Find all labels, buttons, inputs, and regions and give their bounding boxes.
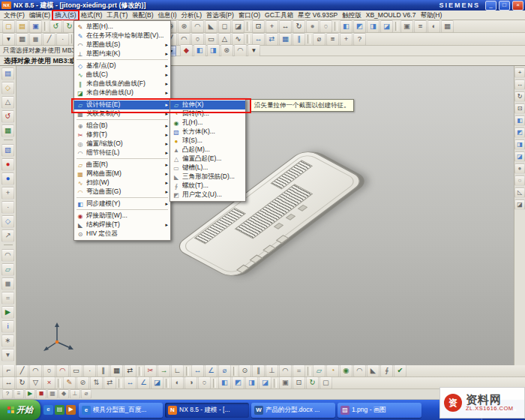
taskbar-item-paint[interactable]: ▨1.png - 画图 [338,403,422,418]
suppress-icon[interactable]: ⊘ [76,377,89,389]
menu-item-synchronous-modeling[interactable]: ◧同步建模(Y)▸ [74,200,170,208]
command-finder-icon[interactable]: ? [2,389,13,399]
minimize-button[interactable]: _ [485,1,496,10]
outside-selection-icon[interactable]: ◨ [207,44,220,57]
menu-file[interactable]: 文件(F) [2,10,27,20]
pan-icon[interactable]: ↔ [279,20,292,33]
clip-section-icon[interactable]: ◪ [514,200,525,210]
menu-item-sketch-constraint[interactable]: ⊥草图约束(K)▸ [74,50,170,58]
wcs-icon[interactable]: + [340,33,352,46]
settings-icon[interactable]: ∗ [2,334,14,347]
delete-icon[interactable]: × [43,377,56,389]
lasso-selection-icon[interactable]: ◠ [234,44,247,57]
submenu-item-dart[interactable]: ◣三角形加强筋(D)... [170,172,245,182]
menu-item-trim[interactable]: ✂修剪(T)▸ [74,130,170,140]
taskbar-item-browser[interactable]: e模具分型面_百度... [79,403,163,418]
maximize-button[interactable]: □ [499,1,510,10]
orient-front-icon[interactable]: ◧ [218,377,231,389]
offset-icon[interactable]: ∥ [292,33,305,46]
layer-visibility-icon[interactable]: ≡ [414,20,427,33]
rotate-view-icon[interactable]: ↻ [292,20,305,33]
rectangle2-icon[interactable]: ▭ [70,365,82,377]
line2-icon[interactable]: ╱ [16,365,28,377]
orient-iso-icon[interactable]: ◪ [259,377,272,389]
menu-information[interactable]: 信息(I) [156,10,179,20]
pattern-icon[interactable]: ▦ [279,33,292,46]
menu-item-sketch[interactable]: ✎草图(H)... [74,22,170,32]
reorder-icon[interactable]: ⇅ [90,377,103,389]
submenu-item-block[interactable]: ▧长方体(K)... [170,128,245,136]
circle2-icon[interactable]: ○ [43,365,56,377]
macro-icon[interactable]: ▶ [2,306,14,319]
menu-window[interactable]: 窗口(O) [236,10,262,20]
constraint-navigator-icon[interactable]: △ [2,96,14,109]
start-button[interactable]: 开始 [0,400,40,420]
menu-item-combine[interactable]: ⊕组合(B)▸ [74,122,170,130]
intersect-icon[interactable]: ⊗ [178,20,190,33]
menu-touch-edition[interactable]: 触控版 [340,10,364,20]
menu-help[interactable]: 帮助(H) [418,10,444,20]
thread-tool-icon[interactable]: ∮ [380,365,393,377]
pattern-curve-icon[interactable]: ▦ [110,365,123,377]
chamfer-icon[interactable]: ◣ [205,20,218,33]
point-tool-icon[interactable]: ∙ [2,201,14,214]
shaded-mode-icon[interactable]: ● [514,164,525,174]
fillet-icon[interactable]: ◠ [56,365,69,377]
right-orient-icon[interactable]: ◨ [514,140,525,150]
extrude2-icon[interactable]: ▱ [313,365,326,377]
open-icon[interactable]: ▤ [16,20,28,33]
submenu-item-thread[interactable]: ∮螺纹(T)... [170,182,245,190]
full-screen-icon[interactable]: ▢ [320,377,332,389]
new-icon[interactable]: ▢ [2,20,15,33]
menu-xingkong[interactable]: 星空 V6.93SP [296,10,340,20]
taskbar-item-nx[interactable]: NNX 8.5 - 建模 - [... [165,403,249,418]
submenu-item-extrude[interactable]: ▱拉伸(X) [170,100,245,110]
linear-dimension-icon[interactable]: ↔ [191,365,204,377]
select-vertex-icon[interactable]: ∙ [56,33,69,46]
view-palette-icon[interactable]: ▧ [2,144,14,157]
section-analysis-icon[interactable]: ◪ [151,377,164,389]
dock-handle-icon[interactable]: ≡ [14,389,24,399]
offset-curve-icon[interactable]: ∥ [97,365,110,377]
info-icon[interactable]: i [2,320,14,333]
menu-item-design-feature[interactable]: ▱设计特征(E)▸ [74,100,170,110]
surface-tool-icon[interactable]: ▱ [2,263,14,276]
side-view-icon[interactable]: ◨ [367,20,380,33]
plane-tool-icon[interactable]: ◇ [2,215,14,228]
make-corner-icon[interactable]: ∟ [171,365,184,377]
menu-analysis[interactable]: 分析(L) [179,10,204,20]
mirror-curve-icon[interactable]: ⇄ [124,365,136,377]
tangent-icon[interactable]: ◠ [279,365,292,377]
scroll-handle-icon[interactable]: ▾ [2,349,14,362]
menu-item-curve[interactable]: ∿曲线(C)▸ [74,70,170,80]
menu-item-mesh-surface[interactable]: ▦网格曲面(M)▸ [74,170,170,178]
trim-body-icon[interactable]: ◪ [232,20,244,33]
menu-edit[interactable]: 编辑(E) [27,10,52,20]
close-button[interactable]: × [512,1,524,10]
menu-item-flange-surface[interactable]: ◠弯边曲面(G)▸ [74,188,170,196]
submenu-item-revolve[interactable]: ◔回转(R)... [170,110,245,118]
menu-item-weld-assistant[interactable]: ◉焊接助理(W)... [74,212,170,220]
refresh-icon[interactable]: ↻ [306,377,319,389]
menu-item-detail-feature[interactable]: ◠细节特征(L)▸ [74,148,170,158]
top-orient-icon[interactable]: ◩ [514,128,525,138]
snapshot-icon[interactable]: ▣ [400,20,413,33]
taskbar-item-word[interactable]: W产品的分型.docx ... [251,403,335,418]
submenu-item-sphere[interactable]: ●球(S)... [170,136,245,146]
menu-tools[interactable]: 工具(T) [104,10,130,20]
chamfer2-icon[interactable]: ◣ [367,365,380,377]
orient-right-icon[interactable]: ◨ [245,377,258,389]
point2-icon[interactable]: ∙ [83,365,96,377]
wireframe-mode-icon[interactable]: ○ [514,176,525,186]
fit-all-icon[interactable]: ⊡ [514,104,525,114]
menu-item-curve-from-curve-set[interactable]: ∥来自曲线集的曲线(F)▸ [74,80,170,88]
measure-angle-icon[interactable]: ∠ [137,377,150,389]
select-options-icon[interactable]: ▾ [248,44,260,57]
datum-csys-icon[interactable]: + [2,187,14,200]
menu-gc-toolbox[interactable]: GC工具箱 [262,10,296,20]
menu-preferences[interactable]: 首选项(P) [204,10,236,20]
shaded-view-icon[interactable]: ● [306,20,319,33]
undo-icon[interactable]: ↺ [50,20,62,33]
units-icon[interactable]: ⌀ [81,389,92,399]
shell-icon[interactable]: ◻ [218,20,231,33]
